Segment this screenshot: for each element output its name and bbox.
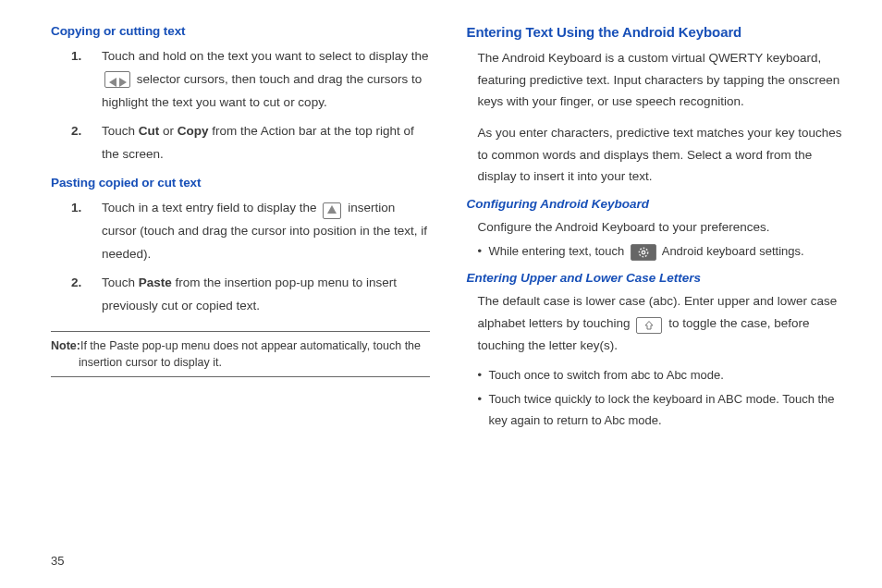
page-number: 35 [51, 554, 64, 568]
insertion-cursor-icon [323, 202, 341, 219]
pasting-steps: Touch in a text entry field to display t… [51, 197, 430, 318]
text: selector cursors, then touch and drag th… [102, 72, 422, 109]
note-block: Note: If the Paste pop-up menu does not … [51, 331, 430, 377]
text: Android keyboard settings. [659, 244, 804, 258]
svg-point-0 [642, 251, 645, 255]
page-content: Copying or cutting text Touch and hold o… [0, 0, 882, 468]
heading-copying: Copying or cutting text [51, 24, 430, 38]
paragraph: The default case is lower case (abc). En… [467, 290, 846, 356]
text: Touch [102, 124, 139, 138]
cut-label: Cut [139, 124, 160, 138]
paragraph: The Android Keyboard is a custom virtual… [467, 47, 846, 113]
note-text: If the Paste pop-up menu does not appear… [51, 337, 430, 371]
heading-pasting: Pasting copied or cut text [51, 176, 430, 190]
list-item: While entering text, touch Android keybo… [478, 241, 846, 262]
paragraph: Configure the Android Keyboard to your p… [467, 216, 846, 239]
left-column: Copying or cutting text Touch and hold o… [51, 24, 430, 440]
step-1: Touch in a text entry field to display t… [51, 197, 430, 266]
step-2: Touch Paste from the insertion pop-up me… [51, 272, 430, 318]
list-item: Touch twice quickly to lock the keyboard… [478, 389, 846, 430]
note-label: Note: [51, 337, 80, 354]
text: Touch and hold on the text you want to s… [102, 49, 428, 63]
heading-configuring: Configuring Android Keyboard [467, 197, 846, 211]
copying-steps: Touch and hold on the text you want to s… [51, 45, 430, 166]
text: While entering text, touch [489, 244, 628, 258]
paragraph: As you enter characters, predictive text… [467, 122, 846, 188]
step-1: Touch and hold on the text you want to s… [51, 45, 430, 115]
step-2: Touch Cut or Copy from the Action bar at… [51, 120, 430, 166]
text: Touch [102, 276, 139, 289]
text: or [159, 124, 178, 138]
case-bullets: Touch once to switch from abc to Abc mod… [467, 365, 846, 430]
shift-key-icon [636, 317, 662, 334]
gear-icon [631, 244, 656, 261]
svg-point-1 [639, 249, 647, 257]
copy-label: Copy [178, 124, 209, 138]
text: Touch in a text entry field to display t… [102, 201, 320, 214]
selector-cursors-icon [104, 71, 130, 88]
config-bullets: While entering text, touch Android keybo… [467, 241, 846, 262]
heading-case: Entering Upper and Lower Case Letters [467, 271, 846, 285]
right-column: Entering Text Using the Android Keyboard… [467, 24, 846, 440]
list-item: Touch once to switch from abc to Abc mod… [478, 365, 846, 386]
paste-label: Paste [139, 276, 172, 289]
heading-android-keyboard: Entering Text Using the Android Keyboard [467, 24, 846, 40]
